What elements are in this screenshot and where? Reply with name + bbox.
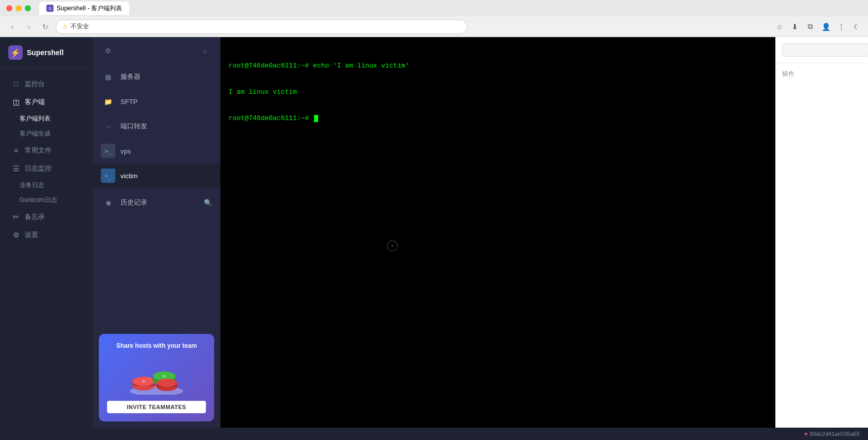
app-name: Supershell xyxy=(27,48,64,57)
close-button[interactable] xyxy=(6,5,12,11)
browser-actions: ☆ ⬇ ⧉ 👤 ⋮ ☾ xyxy=(774,22,862,32)
terminal-line-1: root@746de0ac6111:~# echo 'I am linux vi… xyxy=(229,61,767,72)
sidebar-item-monitor-label: 监控台 xyxy=(25,79,45,89)
sidebar-item-notes-label: 备忘录 xyxy=(25,212,45,222)
traffic-lights xyxy=(6,5,31,11)
history-search-icon[interactable]: 🔍 xyxy=(204,199,212,207)
download-icon[interactable]: ⬇ xyxy=(790,22,800,32)
tab-title: Supershell - 客户端列表 xyxy=(57,4,122,13)
sidebar-item-logs[interactable]: ☰ 日志监控 xyxy=(3,160,90,177)
dark-mode-icon[interactable]: ☾ xyxy=(852,22,862,32)
sidebar-item-monitor[interactable]: □ 监控台 xyxy=(3,75,90,93)
forward-button[interactable]: › xyxy=(23,21,35,33)
right-panel-actions: 操作 xyxy=(776,63,868,89)
svg-point-10 xyxy=(163,375,166,378)
context-item-victim[interactable]: >_ victim xyxy=(93,163,220,188)
invite-title: Share hosts with your team xyxy=(116,342,197,349)
maximize-button[interactable] xyxy=(25,5,31,11)
sidebar-subitem-client-list[interactable]: 客户端列表 xyxy=(0,111,93,126)
business-log-label: 业务日志 xyxy=(20,181,44,190)
back-button[interactable]: ‹ xyxy=(6,21,19,33)
logo-icon: ⚡ xyxy=(8,45,23,60)
sidebar-subitem-client-gen[interactable]: 客户端生成 xyxy=(0,126,93,141)
url-text: 不安全 xyxy=(71,22,89,31)
context-item-sftp[interactable]: 📁 SFTP xyxy=(93,89,220,114)
address-bar[interactable]: ⚠ 不安全 xyxy=(56,20,467,34)
history-icon: ◉ xyxy=(101,195,115,210)
clients-icon: ◫ xyxy=(11,98,21,106)
vps-terminal-icon: >_ xyxy=(101,144,115,158)
sidebar-item-clients-label: 客户端 xyxy=(25,97,45,107)
right-panel-header: 🔍 xyxy=(776,37,868,63)
monitor-icon: □ xyxy=(11,80,21,88)
status-hash-text: 93dc2d41ae035a65 xyxy=(810,431,860,437)
context-item-servers[interactable]: ▦ 服务器 xyxy=(93,64,220,89)
main-nav: □ 监控台 ◫ 客户端 客户端列表 客户端生成 ≡ 常用文件 ☰ 日志监控 xyxy=(0,69,93,428)
sidebar-item-logs-label: 日志监控 xyxy=(25,164,51,173)
vps-label: vps xyxy=(120,147,131,155)
notes-icon: ✏ xyxy=(11,213,21,221)
terminal-output: root@746de0ac6111:~# echo 'I am linux vi… xyxy=(220,37,775,428)
terminal-area[interactable]: root@746de0ac6111:~# echo 'I am linux vi… xyxy=(220,37,775,428)
home-icon[interactable]: ⌂ xyxy=(198,43,212,58)
sidebar-item-notes[interactable]: ✏ 备忘录 xyxy=(3,208,90,226)
status-bar: ♥ 93dc2d41ae035a65 xyxy=(0,428,868,440)
bookmark-icon[interactable]: ☆ xyxy=(774,22,785,32)
app-logo: ⚡ Supershell xyxy=(0,37,93,69)
context-item-vps[interactable]: >_ vps xyxy=(93,139,220,163)
main-sidebar: ⚡ Supershell □ 监控台 ◫ 客户端 客户端列表 客户端生成 ≡ xyxy=(0,37,93,428)
victim-terminal-icon: >_ xyxy=(101,168,115,183)
context-sidebar-header: ⚙ ⌂ xyxy=(93,37,220,64)
context-item-history[interactable]: ◉ 历史记录 🔍 xyxy=(93,190,220,215)
sidebar-item-files[interactable]: ≡ 常用文件 xyxy=(3,142,90,159)
context-sidebar-spacer xyxy=(93,215,220,328)
minimize-button[interactable] xyxy=(15,5,22,11)
servers-label: 服务器 xyxy=(120,72,141,81)
terminal-line-2: I am linux victim xyxy=(229,87,767,98)
actions-label: 操作 xyxy=(782,70,862,78)
tab-favicon: S xyxy=(46,5,54,12)
macarons-svg xyxy=(126,356,187,395)
svg-point-9 xyxy=(157,379,177,387)
client-gen-label: 客户端生成 xyxy=(20,129,50,138)
context-sidebar: ⚙ ⌂ ▦ 服务器 📁 SFTP → 端口转发 >_ vps >_ victim xyxy=(93,37,220,428)
context-settings-icon[interactable]: ⚙ xyxy=(101,43,115,58)
reload-button[interactable]: ↻ xyxy=(39,21,51,33)
svg-point-11 xyxy=(142,380,145,383)
invite-teammates-button[interactable]: INVITE TEAMMATES xyxy=(107,401,206,413)
sidebar-item-files-label: 常用文件 xyxy=(25,146,51,155)
sidebar-item-clients[interactable]: ◫ 客户端 xyxy=(3,93,90,111)
logs-icon: ☰ xyxy=(11,164,21,173)
portforward-icon: → xyxy=(101,119,115,133)
sidebar-subitem-gunicorn-log[interactable]: Gunicorn日志 xyxy=(0,193,93,208)
app-container: ⚡ Supershell □ 监控台 ◫ 客户端 客户端列表 客户端生成 ≡ xyxy=(0,37,868,428)
terminal-cursor xyxy=(314,115,318,122)
files-icon: ≡ xyxy=(11,146,21,155)
browser-tab[interactable]: S Supershell - 客户端列表 xyxy=(39,2,129,15)
right-panel-search-input[interactable] xyxy=(782,43,868,57)
right-panel: 🔍 操作 xyxy=(775,37,868,428)
tab-icon[interactable]: ⧉ xyxy=(805,22,815,32)
gunicorn-log-label: Gunicorn日志 xyxy=(20,196,57,205)
status-hash: ♥ 93dc2d41ae035a65 xyxy=(804,431,860,437)
sidebar-item-settings-label: 设置 xyxy=(25,230,38,240)
settings-icon: ⚙ xyxy=(11,231,21,239)
invite-card: Share hosts with your team xyxy=(99,334,214,421)
profile-icon[interactable]: 👤 xyxy=(821,22,831,32)
browser-chrome: S Supershell - 客户端列表 xyxy=(0,0,868,16)
heart-icon: ♥ xyxy=(804,431,808,437)
servers-icon: ▦ xyxy=(101,70,115,84)
portforward-label: 端口转发 xyxy=(120,122,147,131)
sidebar-subitem-business-log[interactable]: 业务日志 xyxy=(0,178,93,193)
sidebar-item-settings[interactable]: ⚙ 设置 xyxy=(3,226,90,244)
context-item-portforward[interactable]: → 端口转发 xyxy=(93,114,220,139)
address-bar-row: ‹ › ↻ ⚠ 不安全 ☆ ⬇ ⧉ 👤 ⋮ ☾ xyxy=(0,16,868,37)
victim-label: victim xyxy=(120,172,137,180)
terminal-line-3: root@746de0ac6111:~# xyxy=(229,113,767,124)
invite-illustration xyxy=(126,354,187,396)
history-label: 历史记录 xyxy=(120,198,147,207)
lock-icon: ⚠ xyxy=(62,23,67,30)
more-icon[interactable]: ⋮ xyxy=(836,22,846,32)
sftp-icon: 📁 xyxy=(101,94,115,109)
sftp-label: SFTP xyxy=(120,98,137,106)
